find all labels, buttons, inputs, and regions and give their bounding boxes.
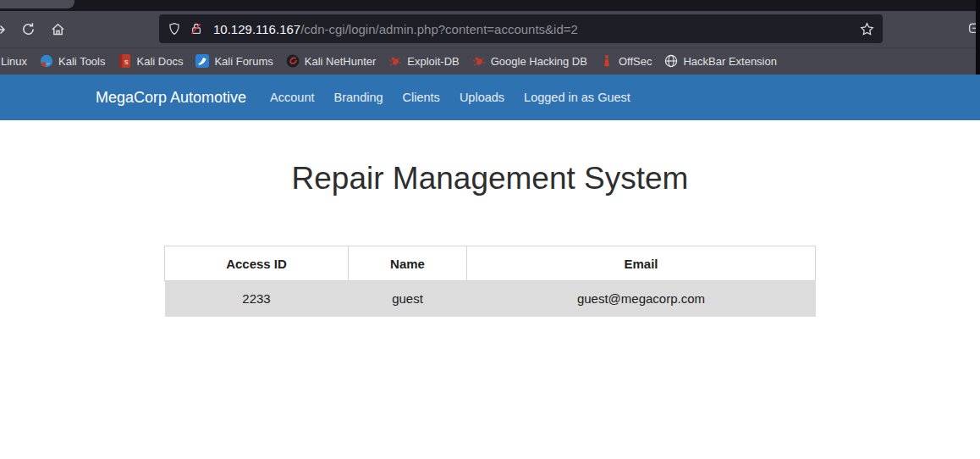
column-header-access-id: Access ID — [165, 246, 349, 281]
bookmark-label: Google Hacking DB — [491, 55, 587, 68]
window-edge — [976, 0, 980, 75]
nav-link-branding[interactable]: Branding — [334, 91, 383, 104]
bookmarks-bar: Linux Kali Tools s Kali Docs — [0, 47, 980, 75]
kali-docs-icon: s — [118, 54, 131, 68]
tab-bar — [0, 0, 980, 11]
bookmark-kali-forums[interactable]: Kali Forums — [195, 54, 273, 68]
forward-icon[interactable] — [0, 19, 10, 40]
bug-icon — [388, 54, 402, 68]
nav-link-logged-in-as-guest[interactable]: Logged in as Guest — [524, 91, 630, 104]
svg-text:s: s — [124, 58, 129, 66]
navbar-brand[interactable]: MegaCorp Automotive — [96, 89, 246, 107]
bookmark-label: Kali Tools — [58, 55, 105, 68]
accounts-table: Access ID Name Email 2233 guest guest@me… — [164, 246, 816, 317]
tracking-protection-shield-icon[interactable] — [168, 22, 181, 36]
column-header-email: Email — [467, 246, 816, 281]
insecure-lock-icon[interactable] — [190, 22, 203, 36]
cell-email: guest@megacorp.com — [467, 281, 816, 317]
bookmark-kali-docs[interactable]: s Kali Docs — [118, 54, 183, 68]
nav-link-account[interactable]: Account — [270, 91, 314, 104]
url-host: 10.129.116.167 — [213, 22, 300, 36]
url-bar[interactable]: 10.129.116.167/cdn-cgi/login/admin.php?c… — [159, 14, 883, 43]
page-title: Repair Management System — [96, 161, 884, 196]
table-header-row: Access ID Name Email — [165, 246, 816, 281]
bookmark-star-icon[interactable] — [860, 22, 874, 36]
bookmark-offsec[interactable]: OffSec — [600, 54, 652, 68]
browser-toolbar: 10.129.116.167/cdn-cgi/login/admin.php?c… — [0, 11, 980, 47]
globe-icon — [664, 54, 678, 68]
bookmark-kali-nethunter[interactable]: Kali NetHunter — [286, 54, 377, 68]
offsec-icon — [600, 54, 614, 68]
bookmark-label: Kali NetHunter — [305, 55, 377, 68]
bookmark-label: Linux — [1, 55, 27, 68]
cell-name: guest — [349, 281, 467, 317]
bookmark-label: OffSec — [619, 55, 652, 68]
bookmark-label: Kali Docs — [136, 55, 183, 68]
bookmark-hackbar[interactable]: HackBar Extension — [664, 54, 777, 68]
browser-chrome: 10.129.116.167/cdn-cgi/login/admin.php?c… — [0, 0, 980, 75]
reload-icon[interactable] — [18, 19, 38, 39]
bookmark-label: Exploit-DB — [407, 55, 459, 68]
nav-link-clients[interactable]: Clients — [403, 91, 440, 104]
url-path: /cdn-cgi/login/admin.php?content=account… — [300, 22, 578, 36]
bookmark-label: Kali Forums — [214, 55, 273, 68]
active-tab[interactable] — [0, 0, 74, 8]
bookmark-google-hacking-db[interactable]: Google Hacking DB — [472, 54, 587, 68]
bookmark-kali-tools[interactable]: Kali Tools — [40, 54, 105, 68]
nav-link-uploads[interactable]: Uploads — [460, 91, 504, 104]
url-text[interactable]: 10.129.116.167/cdn-cgi/login/admin.php?c… — [213, 22, 853, 36]
kali-nethunter-icon — [286, 54, 300, 68]
kali-forums-icon — [195, 54, 209, 68]
page-content: Repair Management System Access ID Name … — [96, 161, 884, 317]
table-row: 2233 guest guest@megacorp.com — [165, 281, 816, 317]
site-navbar: MegaCorp Automotive Account Branding Cli… — [0, 75, 980, 120]
kali-tools-icon — [40, 54, 53, 68]
bug-icon — [472, 54, 486, 68]
column-header-name: Name — [349, 246, 467, 281]
home-icon[interactable] — [47, 19, 68, 39]
bookmark-exploit-db[interactable]: Exploit-DB — [388, 54, 459, 68]
bookmark-label: HackBar Extension — [683, 55, 777, 68]
bookmark-linux[interactable]: Linux — [1, 55, 27, 68]
cell-access-id: 2233 — [165, 281, 349, 317]
